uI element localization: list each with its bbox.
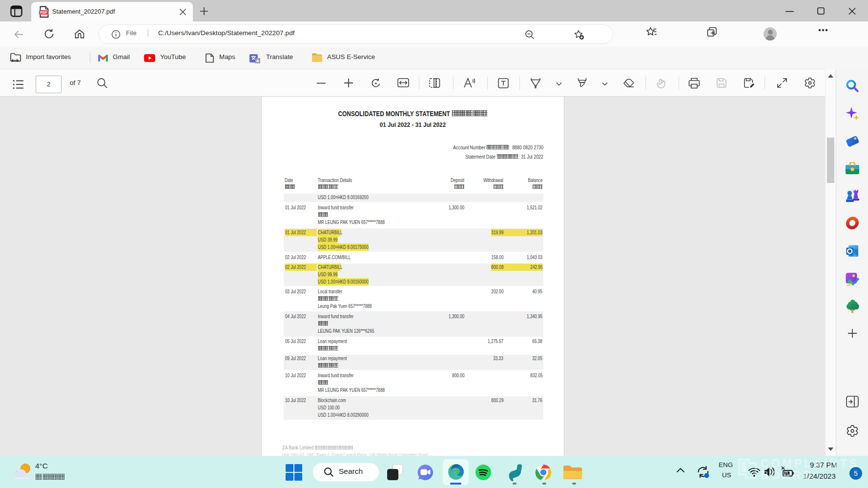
svg-text:PDF: PDF (40, 10, 47, 15)
